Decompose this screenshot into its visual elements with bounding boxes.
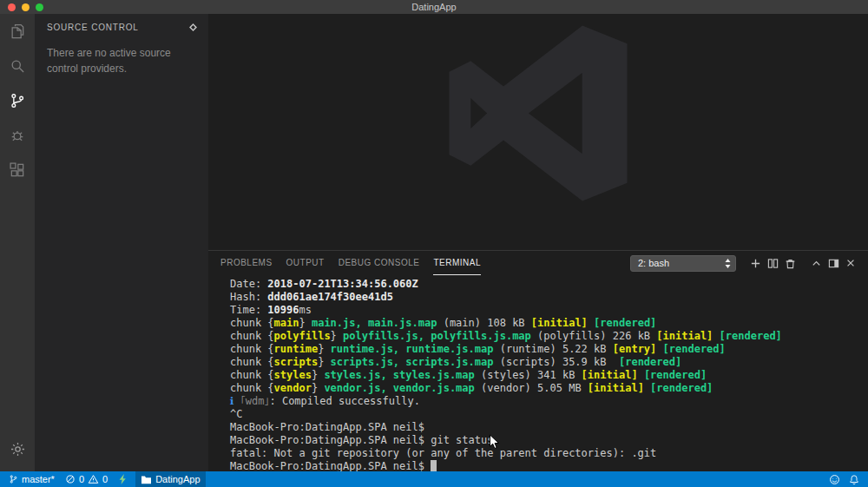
git-branch-icon bbox=[9, 474, 18, 484]
sidebar-header: SOURCE CONTROL bbox=[35, 14, 208, 40]
close-icon bbox=[845, 258, 856, 268]
debug-icon bbox=[9, 127, 26, 144]
terminal-line: chunk {runtime} runtime.js, runtime.js.m… bbox=[230, 343, 861, 356]
panel-layout-icon bbox=[828, 258, 839, 269]
gear-icon bbox=[10, 441, 26, 457]
problems-status[interactable]: 0 0 bbox=[60, 471, 113, 487]
plus-icon bbox=[750, 258, 761, 269]
status-bar-right bbox=[829, 474, 865, 485]
terminal-picker-value: 2: bash bbox=[638, 258, 669, 268]
status-bar: master* 0 0 DatingApp bbox=[0, 471, 868, 487]
warnings-icon bbox=[88, 474, 99, 484]
tab-terminal[interactable]: TERMINAL bbox=[433, 251, 481, 275]
terminal-line: ℹ ｢wdm｣: Compiled successfully. bbox=[230, 395, 861, 408]
window-title: DatingApp bbox=[0, 2, 868, 12]
sidebar-source-control: SOURCE CONTROL There are no active sourc… bbox=[35, 14, 208, 471]
warning-count: 0 bbox=[102, 474, 108, 484]
terminal-line: MacBook-Pro:DatingApp.SPA neil$ git stat… bbox=[230, 434, 861, 447]
task-status[interactable] bbox=[113, 471, 132, 487]
extensions-icon bbox=[9, 161, 26, 179]
vscode-window: DatingApp bbox=[0, 0, 868, 487]
zoom-window-button[interactable] bbox=[36, 3, 43, 11]
terminal-line: chunk {main} main.js, main.js.map (main)… bbox=[230, 317, 861, 330]
sidebar-title: SOURCE CONTROL bbox=[47, 23, 139, 32]
vscode-watermark-logo bbox=[447, 24, 629, 202]
notifications-bell-icon[interactable] bbox=[849, 474, 859, 485]
split-terminal-button[interactable] bbox=[764, 254, 781, 272]
trash-icon bbox=[785, 258, 796, 269]
flash-icon bbox=[118, 474, 127, 484]
kill-terminal-button[interactable] bbox=[781, 254, 799, 272]
terminal-line: Date: 2018-07-21T13:34:56.060Z bbox=[230, 278, 861, 291]
maximize-panel-button[interactable] bbox=[807, 254, 825, 272]
tab-debug-console[interactable]: DEBUG CONSOLE bbox=[339, 251, 420, 275]
activity-item-debug[interactable] bbox=[0, 118, 35, 153]
bottom-panel: PROBLEMS OUTPUT DEBUG CONSOLE TERMINAL 2… bbox=[208, 250, 868, 471]
activity-bar bbox=[0, 14, 35, 471]
editor-area bbox=[208, 14, 868, 250]
search-icon bbox=[9, 57, 26, 75]
activity-item-search[interactable] bbox=[0, 49, 35, 83]
folder-icon bbox=[141, 475, 152, 484]
select-arrows-icon bbox=[725, 259, 731, 268]
activity-item-explorer[interactable] bbox=[0, 14, 35, 49]
close-panel-button[interactable] bbox=[842, 254, 859, 272]
terminal-line: fatal: Not a git repository (or any of t… bbox=[230, 447, 861, 460]
tab-output[interactable]: OUTPUT bbox=[286, 251, 325, 275]
error-count: 0 bbox=[79, 474, 84, 484]
terminal-line: chunk {vendor} vendor.js, vendor.js.map … bbox=[230, 382, 861, 395]
terminal-line: Hash: ddd061ae174f30ee41d5 bbox=[230, 291, 861, 304]
branch-name: master* bbox=[22, 474, 55, 484]
files-icon bbox=[9, 23, 26, 40]
chevron-up-icon bbox=[811, 258, 822, 269]
terminal-picker-select[interactable]: 2: bash bbox=[630, 255, 736, 272]
activity-item-extensions[interactable] bbox=[0, 153, 35, 188]
terminal-output[interactable]: Date: 2018-07-21T13:34:56.060ZHash: ddd0… bbox=[208, 275, 868, 471]
terminal-line: chunk {scripts} scripts.js, scripts.js.m… bbox=[230, 356, 861, 369]
panel-layout-button[interactable] bbox=[825, 254, 842, 272]
close-window-button[interactable] bbox=[8, 3, 16, 11]
errors-icon bbox=[65, 474, 76, 484]
terminal-line: chunk {polyfills} polyfills.js, polyfill… bbox=[230, 330, 861, 343]
terminal-line: MacBook-Pro:DatingApp.SPA neil$ bbox=[230, 421, 861, 434]
panel-header: PROBLEMS OUTPUT DEBUG CONSOLE TERMINAL 2… bbox=[208, 251, 868, 275]
folder-name: DatingApp bbox=[155, 474, 200, 484]
titlebar: DatingApp bbox=[0, 0, 868, 14]
settings-button[interactable] bbox=[0, 431, 35, 466]
terminal-line: MacBook-Pro:DatingApp.SPA neil$ bbox=[230, 460, 861, 471]
git-branch-status[interactable]: master* bbox=[3, 471, 60, 487]
activity-item-source-control[interactable] bbox=[0, 83, 35, 118]
terminal-line: ^C bbox=[230, 408, 861, 421]
source-control-providers-icon[interactable] bbox=[188, 23, 198, 32]
terminal-line: chunk {styles} styles.js, styles.js.map … bbox=[230, 369, 861, 382]
terminal-line: Time: 10996ms bbox=[230, 304, 861, 317]
scm-empty-message: There are no active source control provi… bbox=[35, 40, 208, 82]
minimize-window-button[interactable] bbox=[22, 3, 30, 11]
split-icon bbox=[767, 258, 779, 269]
tab-problems[interactable]: PROBLEMS bbox=[220, 251, 273, 275]
feedback-smiley-icon[interactable] bbox=[829, 474, 840, 485]
window-controls bbox=[8, 3, 43, 11]
folder-status[interactable]: DatingApp bbox=[135, 471, 205, 487]
panel-actions: 2: bash bbox=[630, 254, 859, 272]
new-terminal-button[interactable] bbox=[746, 254, 764, 272]
source-control-icon bbox=[9, 92, 26, 109]
